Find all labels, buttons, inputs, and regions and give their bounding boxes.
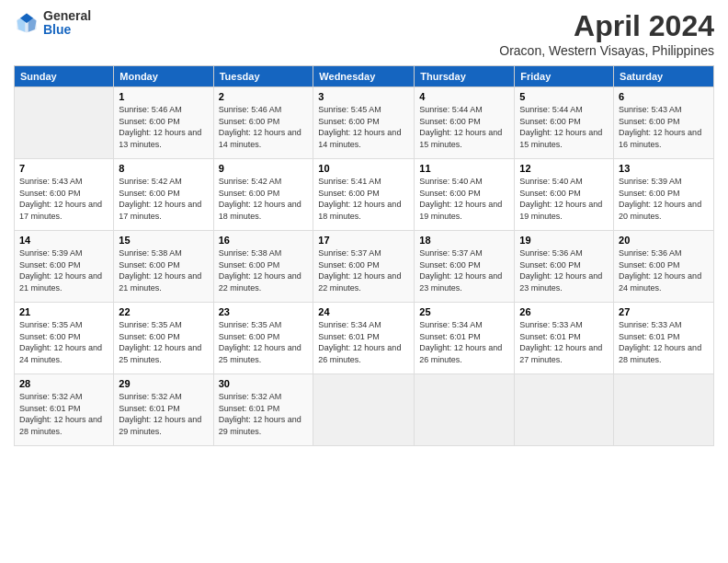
calendar-cell: 24 Sunrise: 5:34 AMSunset: 6:01 PMDaylig… — [313, 303, 415, 374]
day-number: 30 — [219, 378, 309, 389]
calendar-week-2: 14 Sunrise: 5:39 AMSunset: 6:00 PMDaylig… — [15, 231, 714, 303]
day-info: Sunrise: 5:46 AMSunset: 6:00 PMDaylight:… — [219, 104, 309, 150]
calendar-cell: 4 Sunrise: 5:44 AMSunset: 6:00 PMDayligh… — [415, 87, 515, 159]
day-info: Sunrise: 5:33 AMSunset: 6:01 PMDaylight:… — [619, 319, 709, 365]
calendar-cell: 12 Sunrise: 5:40 AMSunset: 6:00 PMDaylig… — [515, 159, 614, 231]
day-info: Sunrise: 5:37 AMSunset: 6:00 PMDaylight:… — [318, 247, 409, 293]
calendar-cell: 10 Sunrise: 5:41 AMSunset: 6:00 PMDaylig… — [313, 159, 415, 231]
calendar-cell: 9 Sunrise: 5:42 AMSunset: 6:00 PMDayligh… — [213, 159, 313, 231]
calendar-week-1: 7 Sunrise: 5:43 AMSunset: 6:00 PMDayligh… — [15, 159, 714, 231]
calendar-cell — [614, 374, 714, 446]
header-thursday: Thursday — [415, 66, 515, 87]
day-info: Sunrise: 5:43 AMSunset: 6:00 PMDaylight:… — [619, 104, 709, 150]
page-header: General Blue April 2024 Oracon, Western … — [14, 9, 714, 58]
calendar-cell: 25 Sunrise: 5:34 AMSunset: 6:01 PMDaylig… — [415, 303, 515, 374]
calendar-cell: 26 Sunrise: 5:33 AMSunset: 6:01 PMDaylig… — [515, 303, 614, 374]
day-number: 15 — [119, 235, 208, 246]
header-sunday: Sunday — [15, 66, 114, 87]
day-number: 29 — [119, 378, 208, 389]
calendar-cell: 6 Sunrise: 5:43 AMSunset: 6:00 PMDayligh… — [614, 87, 714, 159]
day-number: 17 — [318, 235, 409, 246]
day-info: Sunrise: 5:32 AMSunset: 6:01 PMDaylight:… — [119, 391, 208, 437]
calendar-cell — [15, 87, 114, 159]
day-info: Sunrise: 5:36 AMSunset: 6:00 PMDaylight:… — [519, 247, 609, 293]
day-info: Sunrise: 5:41 AMSunset: 6:00 PMDaylight:… — [318, 176, 409, 222]
calendar-body: 1 Sunrise: 5:46 AMSunset: 6:00 PMDayligh… — [15, 87, 714, 446]
day-number: 25 — [419, 306, 509, 317]
calendar-cell: 20 Sunrise: 5:36 AMSunset: 6:00 PMDaylig… — [614, 231, 714, 303]
day-number: 9 — [219, 163, 309, 174]
day-info: Sunrise: 5:42 AMSunset: 6:00 PMDaylight:… — [119, 176, 208, 222]
day-info: Sunrise: 5:34 AMSunset: 6:01 PMDaylight:… — [318, 319, 409, 365]
day-number: 21 — [19, 306, 108, 317]
calendar-header: Sunday Monday Tuesday Wednesday Thursday… — [15, 66, 714, 87]
month-title: April 2024 — [499, 9, 714, 43]
calendar-week-0: 1 Sunrise: 5:46 AMSunset: 6:00 PMDayligh… — [15, 87, 714, 159]
calendar-cell: 5 Sunrise: 5:44 AMSunset: 6:00 PMDayligh… — [515, 87, 614, 159]
day-info: Sunrise: 5:46 AMSunset: 6:00 PMDaylight:… — [119, 104, 208, 150]
location-subtitle: Oracon, Western Visayas, Philippines — [499, 43, 714, 58]
day-info: Sunrise: 5:40 AMSunset: 6:00 PMDaylight:… — [419, 176, 509, 222]
calendar-cell: 7 Sunrise: 5:43 AMSunset: 6:00 PMDayligh… — [15, 159, 114, 231]
calendar-cell: 1 Sunrise: 5:46 AMSunset: 6:00 PMDayligh… — [114, 87, 213, 159]
day-info: Sunrise: 5:33 AMSunset: 6:01 PMDaylight:… — [519, 319, 609, 365]
day-number: 13 — [619, 163, 709, 174]
calendar-cell: 2 Sunrise: 5:46 AMSunset: 6:00 PMDayligh… — [213, 87, 313, 159]
day-info: Sunrise: 5:44 AMSunset: 6:00 PMDaylight:… — [519, 104, 609, 150]
header-monday: Monday — [114, 66, 213, 87]
calendar-cell: 17 Sunrise: 5:37 AMSunset: 6:00 PMDaylig… — [313, 231, 415, 303]
calendar-cell: 19 Sunrise: 5:36 AMSunset: 6:00 PMDaylig… — [515, 231, 614, 303]
day-number: 2 — [219, 91, 309, 102]
day-info: Sunrise: 5:38 AMSunset: 6:00 PMDaylight:… — [119, 247, 208, 293]
calendar-cell: 18 Sunrise: 5:37 AMSunset: 6:00 PMDaylig… — [415, 231, 515, 303]
day-number: 28 — [19, 378, 108, 389]
calendar-cell: 3 Sunrise: 5:45 AMSunset: 6:00 PMDayligh… — [313, 87, 415, 159]
day-info: Sunrise: 5:36 AMSunset: 6:00 PMDaylight:… — [619, 247, 709, 293]
day-number: 4 — [419, 91, 509, 102]
day-number: 1 — [119, 91, 208, 102]
day-number: 14 — [19, 235, 108, 246]
header-wednesday: Wednesday — [313, 66, 415, 87]
calendar-cell: 13 Sunrise: 5:39 AMSunset: 6:00 PMDaylig… — [614, 159, 714, 231]
title-block: April 2024 Oracon, Western Visayas, Phil… — [499, 9, 714, 58]
calendar-cell: 11 Sunrise: 5:40 AMSunset: 6:00 PMDaylig… — [415, 159, 515, 231]
day-info: Sunrise: 5:37 AMSunset: 6:00 PMDaylight:… — [419, 247, 509, 293]
day-info: Sunrise: 5:42 AMSunset: 6:00 PMDaylight:… — [219, 176, 309, 222]
calendar-cell: 30 Sunrise: 5:32 AMSunset: 6:01 PMDaylig… — [213, 374, 313, 446]
day-number: 12 — [519, 163, 609, 174]
day-number: 10 — [318, 163, 409, 174]
day-info: Sunrise: 5:43 AMSunset: 6:00 PMDaylight:… — [19, 176, 108, 222]
day-info: Sunrise: 5:39 AMSunset: 6:00 PMDaylight:… — [19, 247, 108, 293]
calendar-table: Sunday Monday Tuesday Wednesday Thursday… — [14, 65, 714, 446]
day-number: 5 — [519, 91, 609, 102]
header-row: Sunday Monday Tuesday Wednesday Thursday… — [15, 66, 714, 87]
day-info: Sunrise: 5:45 AMSunset: 6:00 PMDaylight:… — [318, 104, 409, 150]
logo-blue-text: Blue — [43, 23, 91, 37]
logo-icon — [14, 10, 40, 36]
day-number: 23 — [219, 306, 309, 317]
calendar-cell: 14 Sunrise: 5:39 AMSunset: 6:00 PMDaylig… — [15, 231, 114, 303]
header-saturday: Saturday — [614, 66, 714, 87]
day-info: Sunrise: 5:35 AMSunset: 6:00 PMDaylight:… — [19, 319, 108, 365]
day-number: 8 — [119, 163, 208, 174]
calendar-cell: 29 Sunrise: 5:32 AMSunset: 6:01 PMDaylig… — [114, 374, 213, 446]
calendar-week-3: 21 Sunrise: 5:35 AMSunset: 6:00 PMDaylig… — [15, 303, 714, 374]
calendar-cell: 15 Sunrise: 5:38 AMSunset: 6:00 PMDaylig… — [114, 231, 213, 303]
day-info: Sunrise: 5:32 AMSunset: 6:01 PMDaylight:… — [19, 391, 108, 437]
day-number: 6 — [619, 91, 709, 102]
day-info: Sunrise: 5:38 AMSunset: 6:00 PMDaylight:… — [219, 247, 309, 293]
day-number: 19 — [519, 235, 609, 246]
logo-general-text: General — [43, 9, 91, 23]
calendar-cell: 28 Sunrise: 5:32 AMSunset: 6:01 PMDaylig… — [15, 374, 114, 446]
day-number: 3 — [318, 91, 409, 102]
day-number: 11 — [419, 163, 509, 174]
day-info: Sunrise: 5:40 AMSunset: 6:00 PMDaylight:… — [519, 176, 609, 222]
calendar-cell: 22 Sunrise: 5:35 AMSunset: 6:00 PMDaylig… — [114, 303, 213, 374]
calendar-cell: 8 Sunrise: 5:42 AMSunset: 6:00 PMDayligh… — [114, 159, 213, 231]
day-number: 20 — [619, 235, 709, 246]
day-number: 18 — [419, 235, 509, 246]
calendar-cell: 27 Sunrise: 5:33 AMSunset: 6:01 PMDaylig… — [614, 303, 714, 374]
day-info: Sunrise: 5:35 AMSunset: 6:00 PMDaylight:… — [219, 319, 309, 365]
header-tuesday: Tuesday — [213, 66, 313, 87]
logo: General Blue — [14, 9, 91, 38]
